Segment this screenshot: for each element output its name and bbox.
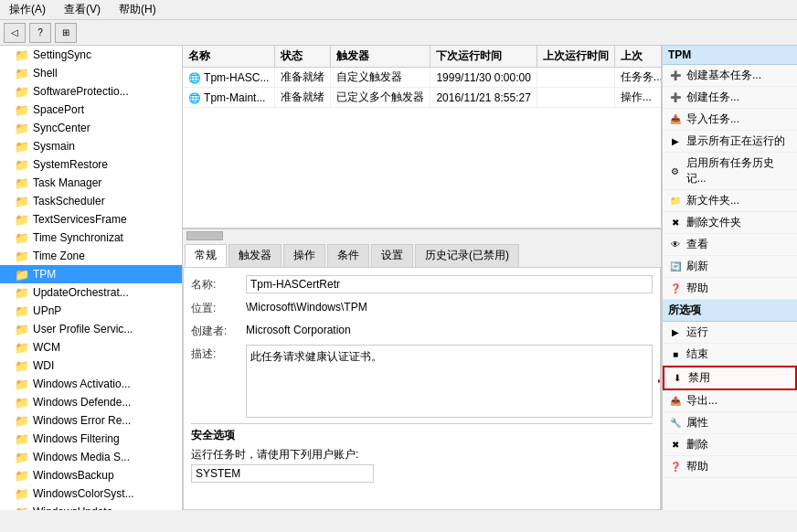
tab-常规[interactable]: 常规 [185, 244, 227, 267]
sidebar-item-UserProfileServic[interactable]: 📁User Profile Servic... [0, 320, 182, 338]
sidebar-item-Sysmain[interactable]: 📁Sysmain [0, 137, 182, 155]
action-label: 属性 [686, 415, 708, 431]
sidebar-item-WindowsErrorRe[interactable]: 📁Windows Error Re... [0, 411, 182, 430]
tab-历史记录(已禁用)[interactable]: 历史记录(已禁用) [415, 244, 519, 267]
right-action-[interactable]: ■结束 [663, 344, 797, 366]
right-action-[interactable]: ▶运行 [663, 322, 797, 344]
sidebar-item-SoftwareProtectio[interactable]: 📁SoftwareProtectio... [0, 82, 182, 101]
right-action-[interactable]: ➕创建基本任务... [663, 65, 797, 87]
col-header-下次运行时间[interactable]: 下次运行时间 [430, 46, 537, 68]
sidebar-item-WindowsActivatio[interactable]: 📁Windows Activatio... [0, 375, 182, 393]
sidebar-item-SpacePort[interactable]: 📁SpacePort [0, 101, 182, 119]
action-icon: 📥 [668, 112, 683, 127]
right-action-[interactable]: 📁新文件夹... [663, 190, 797, 212]
sidebar-item-TextServicesFrame[interactable]: 📁TextServicesFrame [0, 210, 182, 229]
col-header-触发器[interactable]: 触发器 [331, 46, 430, 68]
right-action-[interactable]: 👁查看 [663, 234, 797, 256]
right-action-[interactable]: 🔧属性 [663, 412, 797, 434]
menu-view[interactable]: 查看(V) [58, 0, 106, 19]
table-cell: 准备就绪 [275, 68, 331, 88]
right-action-[interactable]: ✖删除文件夹 [663, 212, 797, 234]
action-label: 帮助 [686, 281, 708, 296]
toolbar-btn-1[interactable]: ◁ [4, 23, 26, 43]
action-icon: 🔧 [668, 416, 683, 431]
right-action-[interactable]: ✖删除 [663, 434, 797, 456]
table-row[interactable]: 🌐 Tpm-Maint...准备就绪已定义多个触发器2016/11/21 8:5… [183, 88, 661, 108]
sidebar-item-WindowsUpdate[interactable]: 📁WindowsUpdate [0, 503, 182, 510]
tabs-bar: 常规触发器操作条件设置历史记录(已禁用) [183, 241, 661, 268]
right-action-[interactable]: ▶显示所有正在运行的 [663, 131, 797, 153]
tab-设置[interactable]: 设置 [371, 244, 413, 267]
sidebar-item-SettingSync[interactable]: 📁SettingSync [0, 46, 182, 64]
col-header-上次[interactable]: 上次 [614, 46, 661, 68]
sidebar-item-label: SystemRestore [33, 158, 108, 171]
right-action-[interactable]: ❓帮助 [663, 456, 797, 478]
detail-name-row: 名称: Tpm-HASCertRetr [191, 275, 653, 293]
table-cell: 准备就绪 [275, 88, 331, 108]
desc-value: 此任务请求健康认证证书。 [250, 350, 382, 363]
sidebar-item-label: Windows Filtering [33, 432, 120, 445]
folder-icon: 📁 [15, 122, 29, 135]
table-row[interactable]: 🌐 Tpm-HASC...准备就绪自定义触发器1999/11/30 0:00:0… [183, 68, 661, 88]
right-action-[interactable]: ⬇禁用 [663, 366, 797, 390]
folder-icon: 📁 [15, 378, 29, 391]
col-header-上次运行时间[interactable]: 上次运行时间 [537, 46, 614, 68]
toolbar: ◁ ? ⊞ [0, 20, 797, 46]
right-action-[interactable]: 🔄刷新 [663, 256, 797, 278]
folder-icon: 📁 [15, 85, 29, 99]
table-cell: 已定义多个触发器 [331, 88, 430, 108]
sidebar-item-SyncCenter[interactable]: 📁SyncCenter [0, 119, 182, 137]
sidebar-item-label: Windows Error Re... [33, 414, 131, 427]
action-label: 导入任务... [686, 112, 739, 127]
sidebar-item-WCM[interactable]: 📁WCM [0, 338, 182, 356]
folder-icon: 📁 [15, 67, 29, 80]
action-icon: 🔄 [668, 260, 683, 274]
sidebar-item-WDI[interactable]: 📁WDI [0, 356, 182, 375]
sidebar-item-WindowsColorSyst[interactable]: 📁WindowsColorSyst... [0, 484, 182, 503]
right-action-[interactable]: ➕创建任务... [663, 87, 797, 109]
table-cell: 🌐 Tpm-HASC... [183, 68, 275, 88]
col-header-名称[interactable]: 名称 [183, 46, 275, 68]
right-action-[interactable]: ⚙启用所有任务历史记... [663, 153, 797, 190]
sidebar-item-Shell[interactable]: 📁Shell [0, 64, 182, 82]
sidebar-item-UPnP[interactable]: 📁UPnP [0, 302, 182, 320]
sidebar-item-TimeSynchronizat[interactable]: 📁Time Synchronizat [0, 229, 182, 247]
action-label: 创建基本任务... [686, 68, 761, 83]
folder-icon: 📁 [15, 140, 29, 154]
center-panel: 名称状态触发器下次运行时间上次运行时间上次 🌐 Tpm-HASC...准备就绪自… [183, 46, 662, 510]
sidebar-item-TimeZone[interactable]: 📁Time Zone [0, 247, 182, 265]
col-header-状态[interactable]: 状态 [275, 46, 331, 68]
right-action-[interactable]: 📥导入任务... [663, 109, 797, 131]
tab-操作[interactable]: 操作 [283, 244, 325, 267]
menu-action[interactable]: 操作(A) [4, 0, 51, 19]
sidebar-item-TPM[interactable]: 📁TPM [0, 265, 182, 283]
sidebar-item-label: SettingSync [33, 48, 91, 61]
action-label: 删除文件夹 [686, 215, 741, 230]
sidebar-item-WindowsFiltering[interactable]: 📁Windows Filtering [0, 430, 182, 448]
sidebar-item-SystemRestore[interactable]: 📁SystemRestore [0, 155, 182, 174]
table-cell: 任务务... [614, 68, 661, 88]
folder-icon: 📁 [15, 103, 29, 117]
sidebar-item-WindowsBackup[interactable]: 📁WindowsBackup [0, 466, 182, 484]
sidebar-item-UpdateOrchestrat[interactable]: 📁UpdateOrchestrat... [0, 283, 182, 302]
right-action-[interactable]: 📤导出... [663, 390, 797, 412]
detail-content: 名称: Tpm-HASCertRetr 位置: \Microsoft\Windo… [183, 268, 661, 510]
action-label: 禁用 [688, 370, 710, 386]
sidebar-item-WindowsDefende[interactable]: 📁Windows Defende... [0, 393, 182, 411]
folder-icon: 📁 [15, 268, 29, 282]
sidebar-item-WindowsMediaS[interactable]: 📁Windows Media S... [0, 448, 182, 466]
sidebar-item-TaskScheduler[interactable]: 📁TaskScheduler [0, 192, 182, 210]
folder-icon: 📁 [15, 158, 29, 172]
tab-触发器[interactable]: 触发器 [228, 244, 282, 267]
menu-help[interactable]: 帮助(H) [113, 0, 162, 19]
desc-value-container: 此任务请求健康认证证书。 [246, 345, 653, 418]
tab-条件[interactable]: 条件 [327, 244, 369, 267]
toolbar-btn-3[interactable]: ⊞ [55, 23, 77, 43]
horizontal-scrollbar[interactable] [183, 229, 661, 241]
action-icon: ⬇ [670, 371, 685, 386]
sidebar-item-TaskManager[interactable]: 📁Task Manager [0, 174, 182, 192]
toolbar-btn-2[interactable]: ? [29, 23, 51, 43]
right-action-[interactable]: ❓帮助 [663, 278, 797, 300]
folder-icon: 📁 [15, 341, 29, 355]
main-layout: 📁SettingSync📁Shell📁SoftwareProtectio...📁… [0, 46, 797, 510]
